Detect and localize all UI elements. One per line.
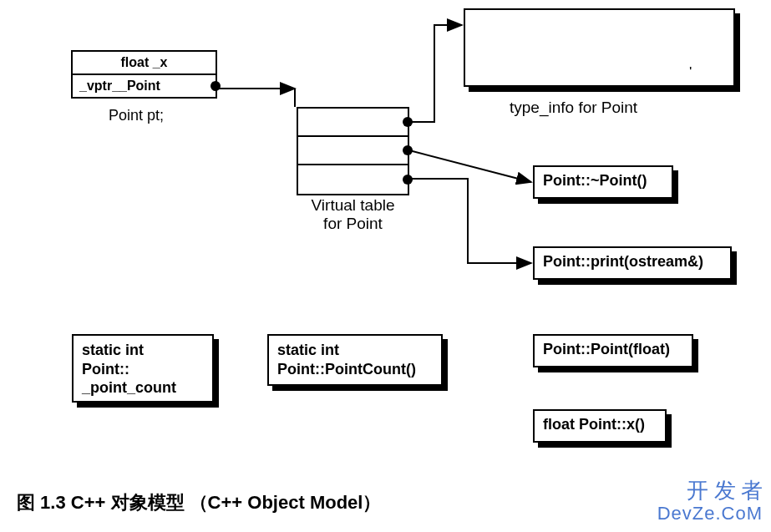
pointer-dot-icon xyxy=(403,145,413,155)
dtor-box: Point::~Point() xyxy=(533,165,673,199)
vtable-caption-line2: for Point xyxy=(323,215,383,232)
figure-caption: 图 1.3 C++ 对象模型 （C++ Object Model） xyxy=(17,490,381,515)
ctor-box: Point::Point(float) xyxy=(533,334,693,367)
point-vptr-label: _vptr__Point xyxy=(79,79,160,93)
pointer-dot-icon xyxy=(211,81,221,91)
watermark: 开 发 者 DevZe.CoM xyxy=(657,479,763,524)
tiny-mark: ' xyxy=(689,65,692,77)
print-label: Point::print(ostream&) xyxy=(543,253,703,270)
point-object-caption: Point pt; xyxy=(109,107,164,124)
pointer-dot-icon xyxy=(403,117,413,127)
ctor-label: Point::Point(float) xyxy=(543,341,670,357)
point-field-x: float _x xyxy=(73,52,216,75)
print-box: Point::print(ostream&) xyxy=(533,246,732,280)
point-object-box: float _x _vptr__Point xyxy=(71,50,217,99)
vtable-box xyxy=(297,107,409,195)
vtable-caption-line1: Virtual table xyxy=(312,196,395,214)
vtable-caption: Virtual table for Point xyxy=(297,196,409,233)
static-count-label: static int Point:: _point_count xyxy=(82,342,176,396)
vtable-slot-0 xyxy=(298,109,408,137)
watermark-line2: DevZe.CoM xyxy=(657,504,763,524)
point-vptr-field: _vptr__Point xyxy=(73,75,216,97)
getx-box: float Point::x() xyxy=(533,409,667,443)
typeinfo-caption: type_info for Point xyxy=(510,99,637,117)
svg-line-3 xyxy=(409,150,531,182)
getx-label: float Point::x() xyxy=(543,416,645,433)
static-fn-box: static int Point::PointCount() xyxy=(267,334,443,386)
typeinfo-box: ' xyxy=(464,8,735,87)
diagram-container: float _x _vptr__Point Point pt; Virtual … xyxy=(0,0,771,532)
vtable-slot-2 xyxy=(298,165,408,194)
dtor-label: Point::~Point() xyxy=(543,172,647,189)
static-count-box: static int Point:: _point_count xyxy=(72,334,214,403)
vtable-slot-1 xyxy=(298,137,408,165)
pointer-dot-icon xyxy=(403,175,413,185)
watermark-line1: 开 发 者 xyxy=(657,479,763,504)
static-fn-label: static int Point::PointCount() xyxy=(277,342,416,377)
